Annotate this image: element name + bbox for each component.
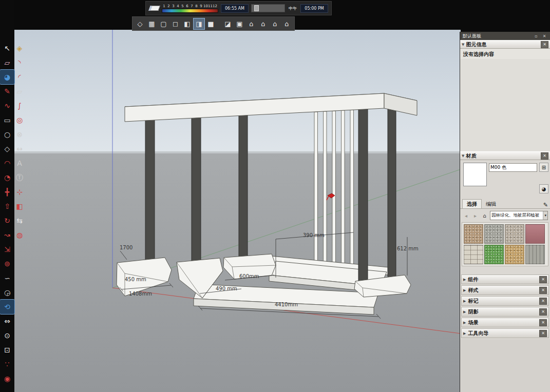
pan-alt-tool[interactable]: ⇆: [14, 213, 25, 228]
protractor-tool[interactable]: ◶: [0, 285, 14, 300]
edit-pencil-icon[interactable]: ✎: [543, 202, 548, 208]
polygon-tool[interactable]: ◇: [0, 142, 14, 156]
view-iso[interactable]: ◪: [222, 18, 233, 29]
view-right[interactable]: ⌂: [258, 18, 269, 29]
material-swatch-gravel-gray[interactable]: [484, 224, 504, 244]
time-end-field[interactable]: 05:00 PM: [300, 4, 328, 13]
eraser-tool[interactable]: ▱: [0, 55, 14, 70]
shadow-toggle-icon[interactable]: [149, 4, 159, 13]
rotated-rectangle-tool[interactable]: ▱: [14, 84, 25, 99]
section-header-components[interactable]: ▶组件✕: [461, 275, 549, 284]
shadow-hour-4: 4: [176, 4, 180, 8]
intersect-tool[interactable]: ⊗: [14, 127, 25, 142]
material-name-input[interactable]: [489, 163, 537, 172]
section-close-icon[interactable]: ✕: [539, 298, 547, 305]
time-start-field[interactable]: 06:55 AM: [221, 4, 249, 13]
date-slider[interactable]: 123456789101112: [162, 4, 218, 13]
dimension-label-1408: 1408mm: [129, 291, 152, 297]
walk-tool[interactable]: ∵: [0, 357, 14, 371]
sample-paint-icon[interactable]: ◕: [539, 184, 548, 193]
material-swatch-gravel-tan[interactable]: [464, 224, 483, 244]
tray-close-icon[interactable]: ✕: [541, 34, 547, 38]
section-plane-tool[interactable]: ◧: [14, 199, 25, 213]
material-swatch-pebbles[interactable]: [505, 224, 524, 244]
dimension-tool[interactable]: ↔: [14, 142, 25, 156]
follow-me-tool[interactable]: ↝: [0, 228, 14, 242]
section-header-scenes[interactable]: ▶场景✕: [461, 318, 549, 327]
arc-2pt-tool[interactable]: ◝: [14, 55, 25, 70]
section-header-styles[interactable]: ▶样式✕: [461, 285, 549, 295]
style-back-edges[interactable]: ▦: [146, 18, 157, 29]
shadow-hour-10: 10: [203, 4, 208, 8]
offset-edges-tool[interactable]: ◎: [14, 113, 25, 127]
material-category-dropdown[interactable]: 园林绿化、地被层和植被 ▾: [490, 211, 548, 220]
material-preview-thumbnail[interactable]: [463, 163, 487, 186]
zoom-tool[interactable]: ⊙: [0, 328, 14, 343]
rotate-tool[interactable]: ↻: [0, 213, 14, 228]
material-swatch-grass-green[interactable]: [484, 245, 504, 264]
entity-info-close-icon[interactable]: ✕: [541, 41, 548, 48]
zoom-extents-tool[interactable]: ⊡: [0, 343, 14, 357]
push-pull-tool[interactable]: ⇧: [0, 199, 14, 213]
style-monochrome[interactable]: ■: [205, 18, 216, 29]
section-header-instructor[interactable]: ▶工具向导✕: [461, 328, 549, 338]
section-close-icon[interactable]: ✕: [539, 287, 547, 294]
section-close-icon[interactable]: ✕: [539, 276, 547, 283]
forward-arrow-icon[interactable]: ▸: [471, 212, 479, 220]
back-arrow-icon[interactable]: ◂: [462, 212, 470, 220]
pan-tool[interactable]: ⇔: [0, 314, 14, 328]
section-close-icon[interactable]: ✕: [539, 330, 547, 337]
scale-tool[interactable]: ⇲: [0, 242, 14, 257]
freehand-tool[interactable]: ∿: [0, 99, 14, 113]
3d-text-tool[interactable]: Ⓣ: [14, 170, 25, 185]
tab-edit[interactable]: 编辑: [482, 200, 500, 208]
offset-tool[interactable]: ⊚: [0, 257, 14, 271]
in-model-home-icon[interactable]: ⌂: [481, 212, 488, 220]
materials-header[interactable]: ▼ 材质 ✕: [460, 151, 550, 160]
make-component-tool[interactable]: ◈: [14, 41, 25, 55]
text-tool[interactable]: A: [14, 156, 25, 170]
pie-tool[interactable]: ◔: [0, 170, 14, 185]
shadow-hour-5: 5: [180, 4, 185, 8]
style-shaded-textures[interactable]: ◨: [194, 18, 204, 29]
move-tool[interactable]: ╋: [0, 185, 14, 199]
tab-select[interactable]: 选择: [462, 199, 482, 208]
tape-measure-tool[interactable]: ∽: [0, 271, 14, 285]
select-tool[interactable]: ↖: [0, 41, 14, 55]
section-close-icon[interactable]: ✕: [539, 319, 547, 326]
paint-bucket-tool[interactable]: ◕: [0, 70, 14, 84]
materials-close-icon[interactable]: ✕: [541, 152, 548, 160]
style-wireframe[interactable]: ▢: [158, 18, 169, 29]
view-back[interactable]: ⌂: [270, 18, 280, 29]
tray-pin-icon[interactable]: ▫: [533, 34, 539, 38]
position-camera-tool[interactable]: ◍: [14, 228, 25, 242]
section-header-shadows[interactable]: ▶阴影✕: [461, 307, 549, 317]
bezier-curve-tool[interactable]: ∫: [14, 99, 25, 113]
tray-titlebar[interactable]: 默认面板 ▫ ✕: [460, 32, 550, 40]
shadow-hour-9: 9: [199, 4, 203, 8]
time-slider-knob[interactable]: [254, 5, 259, 11]
style-xray[interactable]: ◇: [135, 18, 145, 29]
material-swatch-mulch-tan[interactable]: [505, 245, 524, 264]
arc-tool[interactable]: ◠: [0, 156, 14, 170]
arc-3pt-tool[interactable]: ◜: [14, 70, 25, 84]
section-header-tags[interactable]: ▶标记✕: [461, 296, 549, 306]
rectangle-tool[interactable]: ▭: [0, 113, 14, 127]
look-around-tool[interactable]: ◉: [0, 371, 14, 386]
view-left[interactable]: ⌂: [281, 18, 292, 29]
material-swatch-pavers-white[interactable]: [464, 245, 483, 264]
line-tool[interactable]: ✎: [0, 84, 14, 99]
style-shaded[interactable]: ◧: [182, 18, 193, 29]
section-close-icon[interactable]: ✕: [539, 308, 547, 316]
axes-tool[interactable]: ⊹: [14, 185, 25, 199]
orbit-tool[interactable]: ⟲: [0, 300, 14, 314]
style-hidden-line[interactable]: ◻: [170, 18, 181, 29]
material-swatch-stone-red[interactable]: [525, 224, 545, 244]
view-front[interactable]: ⌂: [246, 18, 257, 29]
entity-info-header[interactable]: ▼ 图元信息 ✕: [460, 40, 550, 49]
material-swatch-planks-gray[interactable]: [525, 245, 545, 264]
time-slider[interactable]: [251, 4, 285, 12]
view-top[interactable]: ▣: [234, 18, 245, 29]
circle-tool[interactable]: ○: [0, 127, 14, 142]
create-material-button[interactable]: ⊞: [539, 163, 548, 172]
